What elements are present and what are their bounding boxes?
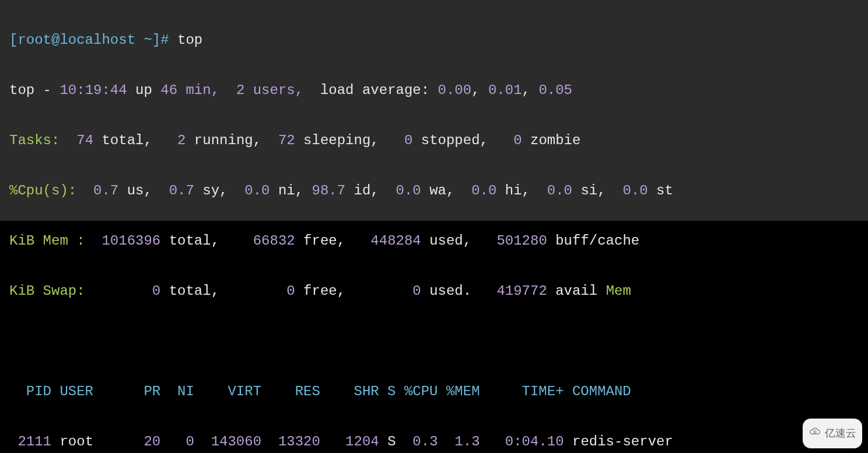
mem-buff-n: 501280 xyxy=(471,233,547,249)
proc-ni: 0 xyxy=(160,434,194,449)
process-row: 2111 root 20 0 143060 13320 1204 S 0.3 1… xyxy=(9,429,859,453)
users-count: 2 users, xyxy=(219,82,303,98)
current-time: 10:19:44 xyxy=(60,82,127,98)
proc-mem: 1.3 xyxy=(438,434,480,449)
proc-cpu: 0.3 xyxy=(396,434,438,449)
proc-pid: 2111 xyxy=(9,434,51,449)
up-label: up xyxy=(127,82,161,98)
cpu-wa-n: 0.0 xyxy=(379,183,421,198)
cpu-id-l: id, xyxy=(345,183,379,198)
proc-command: redis-server xyxy=(564,434,673,449)
tasks-total-l: total, xyxy=(93,133,152,148)
cpu-label: %Cpu(s): xyxy=(9,183,76,198)
proc-pr: 20 xyxy=(127,434,161,449)
cpu-line: %Cpu(s): 0.7 us, 0.7 sy, 0.0 ni, 98.7 id… xyxy=(9,178,859,203)
proc-time: 0:04.10 xyxy=(480,434,564,449)
proc-shr: 1204 xyxy=(320,434,379,449)
tasks-zomb-l: zombie xyxy=(522,133,581,148)
watermark-badge: 亿速云 xyxy=(803,419,862,448)
cpu-st-l: st xyxy=(648,183,673,198)
cpu-si-l: si, xyxy=(572,183,606,198)
swap-free-l: free, xyxy=(295,283,345,299)
terminal-output: [root@localhost ~]# top top - 10:19:44 u… xyxy=(0,0,868,221)
swap-total-n: 0 xyxy=(85,283,161,299)
mem-used-n: 448284 xyxy=(345,233,421,249)
mem-line: KiB Mem : 1016396 total, 66832 free, 448… xyxy=(9,228,859,253)
load-5m: 0.01 xyxy=(488,82,522,98)
watermark-text: 亿速云 xyxy=(825,421,856,446)
proc-virt: 143060 xyxy=(194,434,261,449)
cpu-hi-n: 0.0 xyxy=(454,183,496,198)
swap-avail-n: 419772 xyxy=(471,283,547,299)
tasks-sleep-n: 72 xyxy=(261,133,295,148)
tasks-label: Tasks: xyxy=(9,133,60,148)
top-summary-line: top - 10:19:44 up 46 min, 2 users, load … xyxy=(9,78,859,103)
uptime: 46 min, xyxy=(160,82,219,98)
cpu-ni-l: ni, xyxy=(270,183,303,198)
swap-total-l: total, xyxy=(160,283,219,299)
tasks-sleep-l: sleeping, xyxy=(295,133,379,148)
cpu-si-n: 0.0 xyxy=(530,183,572,198)
mem-free-l: free, xyxy=(295,233,345,249)
load-15m: 0.05 xyxy=(538,82,572,98)
swap-free-n: 0 xyxy=(219,283,295,299)
swap-line: KiB Swap: 0 total, 0 free, 0 used. 41977… xyxy=(9,278,859,304)
process-table-header: PID USER PR NI VIRT RES SHR S %CPU %MEM … xyxy=(9,379,859,404)
swap-avail-l: avail xyxy=(547,283,606,299)
proc-res: 13320 xyxy=(261,434,320,449)
swap-used-l: used. xyxy=(421,283,471,299)
mem-used-l: used, xyxy=(421,233,471,249)
cloud-icon xyxy=(808,421,821,446)
proc-user: root xyxy=(51,434,127,449)
tasks-zomb-n: 0 xyxy=(488,133,522,148)
tasks-run-l: running, xyxy=(186,133,261,148)
cpu-sy-n: 0.7 xyxy=(152,183,194,198)
swap-used-n: 0 xyxy=(345,283,421,299)
swap-label: KiB Swap: xyxy=(9,283,85,299)
cpu-ni-n: 0.0 xyxy=(228,183,270,198)
tasks-run-n: 2 xyxy=(152,133,186,148)
shell-prompt: [root@localhost ~]# xyxy=(9,32,177,48)
mem-total-l: total, xyxy=(160,233,219,249)
cpu-us-n: 0.7 xyxy=(76,183,118,198)
mem-free-n: 66832 xyxy=(219,233,295,249)
top-prefix: top - xyxy=(9,82,60,98)
blank-line xyxy=(9,329,859,354)
load-1m: 0.00 xyxy=(438,82,472,98)
proc-state: S xyxy=(379,434,396,449)
mem-total-n: 1016396 xyxy=(85,233,161,249)
cpu-hi-l: hi, xyxy=(496,183,530,198)
cpu-wa-l: wa, xyxy=(421,183,455,198)
mem-buff-l: buff/cache xyxy=(547,233,639,249)
tasks-line: Tasks: 74 total, 2 running, 72 sleeping,… xyxy=(9,128,859,153)
cpu-id-n: 98.7 xyxy=(303,183,345,198)
tasks-stop-n: 0 xyxy=(379,133,413,148)
command-typed: top xyxy=(177,32,202,48)
tasks-stop-l: stopped, xyxy=(412,133,488,148)
tasks-total-n: 74 xyxy=(60,133,93,148)
cpu-sy-l: sy, xyxy=(194,183,228,198)
swap-avail-mem: Mem xyxy=(606,283,631,299)
svg-point-0 xyxy=(814,431,816,433)
prompt-line: [root@localhost ~]# top xyxy=(9,27,859,53)
cpu-us-l: us, xyxy=(118,183,152,198)
load-label: load average: xyxy=(303,82,438,98)
cpu-st-n: 0.0 xyxy=(606,183,648,198)
mem-label: KiB Mem : xyxy=(9,233,85,249)
